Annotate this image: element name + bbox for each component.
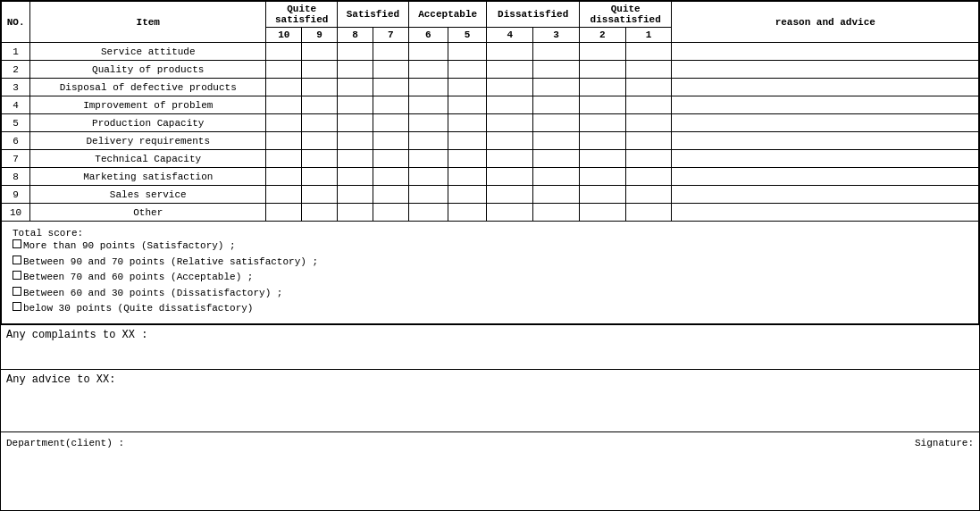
score-cell[interactable] [408,43,448,61]
score-cell[interactable] [448,61,487,79]
score-cell[interactable] [408,204,448,222]
score-cell[interactable] [373,132,408,150]
score-cell[interactable] [408,61,448,79]
score-cell[interactable] [448,96,487,114]
score-cell[interactable] [579,150,625,168]
score-cell[interactable] [625,168,672,186]
score-cell[interactable] [625,186,672,204]
score-cell[interactable] [625,132,672,150]
score-cell[interactable] [625,204,672,222]
score-cell[interactable] [579,79,625,96]
checkbox-3[interactable] [13,271,21,280]
score-cell[interactable] [533,168,580,186]
score-cell[interactable] [302,168,338,186]
score-cell[interactable] [487,204,533,222]
score-cell[interactable] [487,61,533,79]
score-cell[interactable] [302,114,338,132]
reason-cell[interactable] [672,43,979,61]
score-cell[interactable] [533,96,580,114]
score-cell[interactable] [302,204,338,222]
score-cell[interactable] [579,96,625,114]
score-cell[interactable] [487,132,533,150]
score-cell[interactable] [266,168,302,186]
score-cell[interactable] [487,114,533,132]
checkbox-5[interactable] [13,302,21,311]
score-cell[interactable] [533,79,580,96]
score-cell[interactable] [448,43,487,61]
score-cell[interactable] [373,168,408,186]
score-cell[interactable] [266,43,302,61]
score-cell[interactable] [338,61,373,79]
score-cell[interactable] [533,186,580,204]
score-cell[interactable] [302,186,338,204]
score-cell[interactable] [487,186,533,204]
score-cell[interactable] [487,96,533,114]
score-cell[interactable] [266,96,302,114]
score-cell[interactable] [625,150,672,168]
score-cell[interactable] [448,150,487,168]
score-cell[interactable] [487,150,533,168]
score-cell[interactable] [408,168,448,186]
score-cell[interactable] [373,79,408,96]
score-cell[interactable] [266,79,302,96]
score-cell[interactable] [338,150,373,168]
score-cell[interactable] [625,114,672,132]
score-cell[interactable] [373,186,408,204]
score-cell[interactable] [338,43,373,61]
reason-cell[interactable] [672,96,979,114]
score-cell[interactable] [338,204,373,222]
score-cell[interactable] [625,96,672,114]
score-cell[interactable] [338,96,373,114]
score-cell[interactable] [302,61,338,79]
score-cell[interactable] [533,114,580,132]
score-cell[interactable] [302,96,338,114]
score-cell[interactable] [302,43,338,61]
score-cell[interactable] [338,79,373,96]
score-cell[interactable] [266,186,302,204]
score-cell[interactable] [338,114,373,132]
score-cell[interactable] [579,204,625,222]
score-cell[interactable] [579,114,625,132]
score-cell[interactable] [266,61,302,79]
score-cell[interactable] [408,186,448,204]
score-cell[interactable] [533,150,580,168]
score-cell[interactable] [487,79,533,96]
reason-cell[interactable] [672,186,979,204]
score-cell[interactable] [625,61,672,79]
score-cell[interactable] [448,114,487,132]
score-cell[interactable] [266,114,302,132]
score-cell[interactable] [448,186,487,204]
score-cell[interactable] [266,204,302,222]
reason-cell[interactable] [672,79,979,96]
score-cell[interactable] [373,204,408,222]
score-cell[interactable] [448,204,487,222]
score-cell[interactable] [408,150,448,168]
score-cell[interactable] [302,150,338,168]
score-cell[interactable] [338,186,373,204]
score-cell[interactable] [579,168,625,186]
score-cell[interactable] [302,79,338,96]
reason-cell[interactable] [672,150,979,168]
score-cell[interactable] [487,43,533,61]
reason-cell[interactable] [672,132,979,150]
score-cell[interactable] [533,204,580,222]
score-cell[interactable] [533,61,580,79]
score-cell[interactable] [408,132,448,150]
score-cell[interactable] [266,150,302,168]
score-cell[interactable] [533,43,580,61]
checkbox-2[interactable] [13,256,21,264]
score-cell[interactable] [338,132,373,150]
score-cell[interactable] [448,132,487,150]
checkbox-1[interactable] [13,239,21,248]
score-cell[interactable] [625,43,672,61]
score-cell[interactable] [579,61,625,79]
reason-cell[interactable] [672,168,979,186]
score-cell[interactable] [448,168,487,186]
reason-cell[interactable] [672,114,979,132]
score-cell[interactable] [373,43,408,61]
score-cell[interactable] [579,43,625,61]
score-cell[interactable] [625,79,672,96]
checkbox-4[interactable] [13,287,21,296]
score-cell[interactable] [408,96,448,114]
score-cell[interactable] [266,132,302,150]
